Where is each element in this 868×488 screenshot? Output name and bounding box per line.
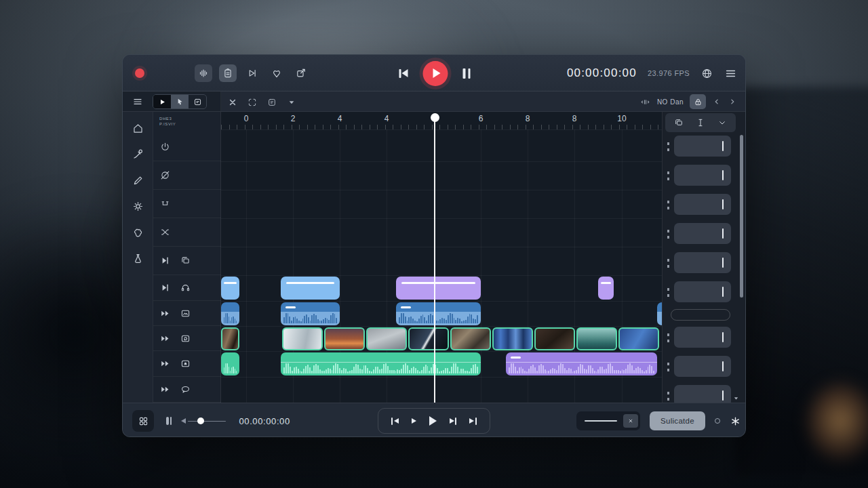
history-forward-icon[interactable] xyxy=(728,97,737,106)
slider-handle[interactable] xyxy=(722,170,724,180)
slider-handle[interactable] xyxy=(722,287,724,297)
slider-handle[interactable] xyxy=(722,141,724,151)
video-thumbnail[interactable] xyxy=(324,327,365,350)
video-thumbnail[interactable] xyxy=(366,327,407,350)
track-row-1[interactable] xyxy=(153,133,221,161)
effects-icon[interactable] xyxy=(730,415,741,427)
sidebar-sun-button[interactable] xyxy=(123,194,153,220)
slider-handle[interactable] xyxy=(722,332,724,342)
row-grip[interactable] xyxy=(667,363,669,371)
track-row-8[interactable] xyxy=(153,326,221,351)
row-grip[interactable] xyxy=(667,259,669,268)
empty-capsule[interactable] xyxy=(671,309,730,321)
slider-handle[interactable] xyxy=(722,199,724,209)
slider-track[interactable] xyxy=(674,136,731,157)
row-grip[interactable] xyxy=(667,230,669,239)
clip-lightblue[interactable] xyxy=(221,277,239,300)
pause-button[interactable] xyxy=(463,68,471,79)
clip-purple[interactable] xyxy=(598,277,614,300)
clip-green[interactable] xyxy=(221,352,239,375)
folder-icon[interactable] xyxy=(673,117,684,128)
timeline[interactable]: 024468810 xyxy=(221,112,662,403)
slider-handle[interactable] xyxy=(722,361,724,371)
video-thumbnail[interactable] xyxy=(618,327,659,350)
video-thumbnail[interactable] xyxy=(221,327,239,350)
track-menu-icon[interactable] xyxy=(132,96,143,107)
clip-purpleAudio[interactable] xyxy=(506,352,657,375)
track-row-9[interactable] xyxy=(153,351,221,377)
zoom-slider-handle[interactable] xyxy=(197,418,204,424)
clip-lightblue[interactable] xyxy=(281,277,340,300)
slider-handle[interactable] xyxy=(722,228,724,239)
sidebar-eyedropper-button[interactable] xyxy=(123,142,153,167)
track-row-2[interactable] xyxy=(153,161,221,190)
sidebar-flask-button[interactable] xyxy=(123,246,153,272)
tag-button[interactable] xyxy=(268,64,285,82)
text-tool-icon[interactable] xyxy=(695,117,706,128)
row-grip[interactable] xyxy=(667,392,669,401)
marquee-tool-button[interactable] xyxy=(245,96,259,109)
video-thumbnail[interactable] xyxy=(282,327,323,350)
right-panel-scrollbar[interactable] xyxy=(740,135,743,298)
clipboard-button[interactable] xyxy=(219,64,237,82)
value-field[interactable] xyxy=(576,411,640,430)
video-thumbnail[interactable] xyxy=(534,327,575,350)
row-grip[interactable] xyxy=(667,201,669,209)
clip-blue[interactable] xyxy=(221,302,239,325)
small-square-tool-button[interactable] xyxy=(265,96,279,109)
track-row-3[interactable] xyxy=(153,190,221,218)
go-to-start-button[interactable] xyxy=(391,418,399,425)
export-button[interactable] xyxy=(292,64,310,82)
slider-track[interactable] xyxy=(674,252,731,273)
track-row-4[interactable] xyxy=(153,218,221,247)
next-frame-button[interactable] xyxy=(450,418,457,425)
globe-icon[interactable] xyxy=(701,67,713,80)
segment-pointer[interactable] xyxy=(171,95,189,108)
track-row-10[interactable] xyxy=(153,377,221,403)
lock-button[interactable] xyxy=(690,94,706,109)
track-row-5[interactable] xyxy=(153,247,221,275)
play-small-button[interactable] xyxy=(412,418,416,424)
slider-track[interactable] xyxy=(674,327,731,348)
bold-x-tool-button[interactable] xyxy=(226,96,239,109)
row-grip[interactable] xyxy=(667,288,669,297)
segment-small-square[interactable] xyxy=(189,95,206,108)
sidebar-pencil-button[interactable] xyxy=(123,167,153,193)
track-row-6[interactable] xyxy=(153,275,221,301)
playhead-line[interactable] xyxy=(434,119,435,403)
row-grip[interactable] xyxy=(667,142,669,151)
collapse-panel-icon[interactable] xyxy=(639,96,651,108)
clip-purple[interactable] xyxy=(396,277,481,300)
record-indicator[interactable] xyxy=(135,68,144,78)
skip-forward-button[interactable] xyxy=(243,64,261,82)
video-thumbnail[interactable] xyxy=(450,327,491,350)
clip-green[interactable] xyxy=(281,352,481,375)
slider-track[interactable] xyxy=(674,385,731,403)
video-thumbnail[interactable] xyxy=(576,327,617,350)
track-row-7[interactable] xyxy=(153,301,221,326)
chevron-down-icon[interactable] xyxy=(717,117,728,128)
skip-back-button[interactable] xyxy=(399,69,408,78)
play-button[interactable] xyxy=(423,61,448,86)
play-main-button[interactable] xyxy=(429,416,437,426)
video-thumbnail[interactable] xyxy=(408,327,449,350)
video-thumbnail[interactable] xyxy=(492,327,533,350)
waveform-button[interactable] xyxy=(195,64,212,82)
caret-down-tool-button[interactable] xyxy=(285,96,298,109)
clip-blue[interactable] xyxy=(281,302,340,325)
zoom-fit-icon[interactable] xyxy=(166,417,172,425)
zoom-slider[interactable] xyxy=(181,416,229,426)
sidebar-hand-button[interactable] xyxy=(123,220,153,245)
menu-icon[interactable] xyxy=(724,67,737,80)
clear-button[interactable] xyxy=(623,414,638,428)
layout-grid-button[interactable] xyxy=(132,410,154,432)
history-back-icon[interactable] xyxy=(712,97,722,106)
action-button[interactable]: Sulicatde xyxy=(650,411,705,430)
sidebar-home-button[interactable] xyxy=(123,115,153,141)
slider-track[interactable] xyxy=(674,281,731,302)
row-grip[interactable] xyxy=(667,171,669,180)
row-grip[interactable] xyxy=(667,333,669,342)
slider-track[interactable] xyxy=(674,356,731,377)
slider-track[interactable] xyxy=(674,223,731,244)
segment-play[interactable] xyxy=(153,95,171,108)
